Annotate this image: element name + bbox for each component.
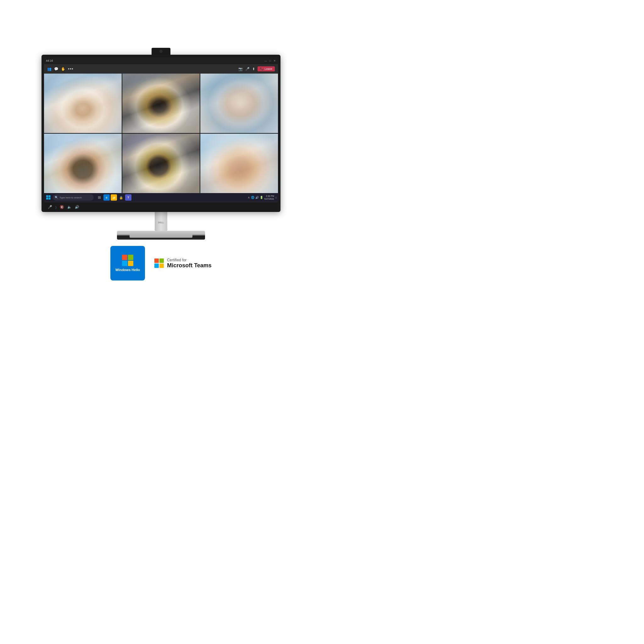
monitor-wrapper: 44:16 — □ ✕ 👥 💬 ✋ ••• 📷 🎤 ⬆ — [42, 48, 280, 240]
start-button[interactable] — [45, 194, 52, 201]
svg-rect-2 — [46, 197, 48, 199]
system-tray-icons: ∧ 🌐 🔊 🔋 — [248, 196, 263, 199]
maximize-icon[interactable]: □ — [269, 59, 272, 62]
ms-quadrant-yellow — [159, 264, 164, 268]
vol-low-icon[interactable]: 🔈 — [67, 205, 72, 209]
tray-arrow-icon[interactable]: ∧ — [248, 196, 250, 199]
teams-icon[interactable]: T — [125, 194, 131, 201]
video-cell-1 — [44, 74, 122, 133]
participant-1 — [44, 74, 122, 133]
win-quadrant-green — [128, 255, 133, 260]
toolbar-left: 👥 💬 ✋ ••• — [47, 66, 74, 71]
svg-rect-0 — [46, 195, 48, 197]
clock-area[interactable]: 2:30 PM 5/27/2021 — [264, 195, 274, 200]
windows-hello-badge: Windows Hello — [110, 246, 145, 280]
ms-quadrant-blue — [154, 264, 159, 268]
video-cell-6 — [200, 134, 278, 193]
svg-rect-1 — [48, 195, 50, 197]
microsoft-teams-label: Microsoft Teams — [167, 262, 212, 269]
participants-icon[interactable]: 👥 — [47, 67, 52, 71]
share-icon[interactable]: ⬆ — [252, 67, 255, 71]
call-timer: 44:16 — [46, 59, 53, 62]
windows-taskbar: 🔍 Type here to search ⊞ e 📁 🔒 T ∧ 🌐 🔊 🔋 — [44, 193, 278, 202]
minimize-icon[interactable]: — — [264, 59, 267, 62]
taskbar-time: 2:30 PM — [264, 195, 274, 197]
show-desktop-icon[interactable]: □ — [275, 197, 277, 199]
microsoft-logo — [154, 258, 164, 268]
speaker-indicator-icon: ) — [55, 205, 57, 209]
task-view-icon[interactable]: ⊞ — [96, 194, 103, 201]
video-cell-5 — [122, 134, 200, 193]
battery-icon[interactable]: 🔋 — [260, 196, 263, 199]
teams-certified-badge: Certified for Microsoft Teams — [154, 258, 212, 269]
screen: 44:16 — □ ✕ 👥 💬 ✋ ••• 📷 🎤 ⬆ — [44, 57, 278, 202]
monitor-stand-base — [117, 231, 205, 240]
more-options-icon[interactable]: ••• — [68, 66, 74, 71]
windows-hello-label: Windows Hello — [115, 268, 140, 272]
video-cell-4 — [44, 134, 122, 193]
volume-icon[interactable]: 🔊 — [255, 196, 259, 199]
toolbar-right: 📷 🎤 ⬆ 📞 Leave — [238, 66, 275, 71]
window-controls: — □ ✕ — [264, 59, 276, 62]
taskbar-date: 5/27/2021 — [264, 197, 274, 200]
teams-titlebar: 44:16 — □ ✕ — [44, 57, 278, 64]
video-cell-2 — [122, 74, 200, 133]
ms-quadrant-green — [159, 258, 164, 263]
chat-icon[interactable]: 💬 — [54, 67, 58, 71]
file-explorer-icon[interactable]: 📁 — [111, 194, 117, 201]
participant-2 — [122, 74, 200, 133]
win-quadrant-blue — [122, 261, 127, 266]
stand-base-inner — [130, 233, 192, 238]
vol-high-icon[interactable]: 🔊 — [75, 205, 79, 209]
participant-3 — [200, 74, 278, 133]
svg-rect-3 — [48, 197, 50, 199]
windows-hello-logo — [122, 255, 133, 266]
taskbar-search-box[interactable]: 🔍 Type here to search — [53, 194, 94, 201]
teams-toolbar: 👥 💬 ✋ ••• 📷 🎤 ⬆ 📞 Leave — [44, 64, 278, 74]
search-placeholder-text: Type here to search — [59, 196, 82, 199]
win-quadrant-yellow — [128, 261, 133, 266]
security-icon[interactable]: 🔒 — [118, 194, 124, 201]
teams-certified-text: Certified for Microsoft Teams — [167, 258, 212, 269]
microphone-icon[interactable]: 🎤 — [245, 67, 250, 71]
close-icon[interactable]: ✕ — [273, 59, 276, 62]
video-cell-3 — [200, 74, 278, 133]
monitor-bezel: 44:16 — □ ✕ 👥 💬 ✋ ••• 📷 🎤 ⬆ — [42, 55, 280, 212]
network-icon[interactable]: 🌐 — [251, 196, 254, 199]
participant-5 — [122, 134, 200, 193]
camera-icon[interactable]: 📷 — [238, 67, 243, 71]
phone-end-icon: 📞 — [260, 67, 264, 70]
raise-hand-icon[interactable]: ✋ — [61, 67, 65, 71]
video-grid — [44, 74, 278, 193]
logos-section: Windows Hello Certified for Microsoft Te… — [110, 246, 212, 280]
search-icon: 🔍 — [55, 196, 58, 199]
taskbar-right-area: ∧ 🌐 🔊 🔋 2:30 PM 5/27/2021 □ — [248, 195, 277, 200]
dell-brand-label: DELL — [155, 212, 167, 224]
certified-for-label: Certified for — [167, 258, 212, 262]
edge-icon[interactable]: e — [103, 194, 110, 201]
taskbar-app-icons: ⊞ e 📁 🔒 T — [96, 194, 131, 201]
leave-button[interactable]: 📞 Leave — [258, 66, 275, 71]
ms-quadrant-red — [154, 258, 159, 263]
webcam — [152, 48, 170, 55]
windows-logo-icon — [46, 195, 51, 200]
mute-icon[interactable]: 🎤 — [48, 205, 52, 209]
win-quadrant-red — [122, 255, 127, 260]
speaker-bar: 🎤 ) 🔇 🔈 🔊 — [44, 202, 278, 212]
participant-4 — [44, 134, 122, 193]
monitor-stand-neck: DELL — [155, 212, 167, 231]
participant-6 — [200, 134, 278, 193]
vol-off-icon[interactable]: 🔇 — [60, 205, 64, 209]
